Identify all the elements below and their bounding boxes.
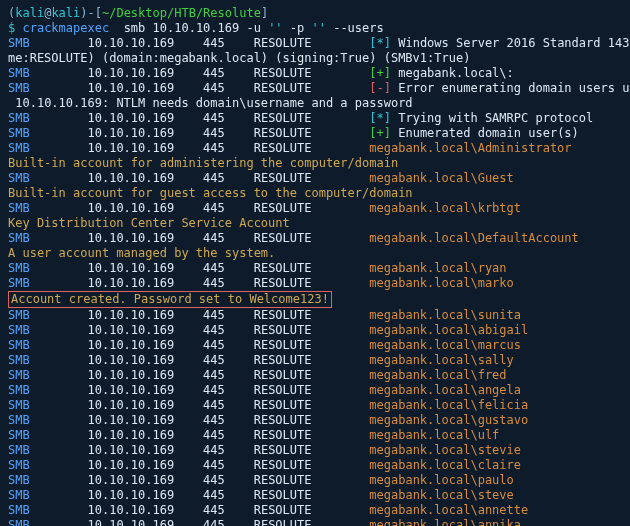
header-builtin-admin: Built-in account for administering the c… xyxy=(8,156,398,170)
row-abigail: SMB 10.10.10.169 445 RESOLUTE megabank.l… xyxy=(8,323,528,337)
row-annette: SMB 10.10.10.169 445 RESOLUTE megabank.l… xyxy=(8,503,528,517)
row-server: SMB 10.10.10.169 445 RESOLUTE [*] Window… xyxy=(8,36,630,50)
row-error: SMB 10.10.10.169 445 RESOLUTE [-] Error … xyxy=(8,81,630,95)
row-paulo: SMB 10.10.10.169 445 RESOLUTE megabank.l… xyxy=(8,473,514,487)
row-angela: SMB 10.10.10.169 445 RESOLUTE megabank.l… xyxy=(8,383,521,397)
highlighted-password: Account created. Password set to Welcome… xyxy=(8,292,332,306)
row-domain: SMB 10.10.10.169 445 RESOLUTE [+] megaba… xyxy=(8,66,514,80)
row-felicia: SMB 10.10.10.169 445 RESOLUTE megabank.l… xyxy=(8,398,528,412)
row-default: SMB 10.10.10.169 445 RESOLUTE megabank.l… xyxy=(8,231,579,245)
row-stevie: SMB 10.10.10.169 445 RESOLUTE megabank.l… xyxy=(8,443,521,457)
row-claire: SMB 10.10.10.169 445 RESOLUTE megabank.l… xyxy=(8,458,521,472)
prompt-line: (kali@kali)-[~/Desktop/HTB/Resolute] xyxy=(8,6,268,20)
command-line[interactable]: $ crackmapexec smb 10.10.10.169 -u '' -p… xyxy=(8,21,384,35)
row-sally: SMB 10.10.10.169 445 RESOLUTE megabank.l… xyxy=(8,353,514,367)
row-admin: SMB 10.10.10.169 445 RESOLUTE megabank.l… xyxy=(8,141,572,155)
row-marcus: SMB 10.10.10.169 445 RESOLUTE megabank.l… xyxy=(8,338,521,352)
terminal-output: (kali@kali)-[~/Desktop/HTB/Resolute] $ c… xyxy=(0,0,630,526)
header-builtin-guest: Built-in account for guest access to the… xyxy=(8,186,413,200)
row-server2: me:RESOLUTE) (domain:megabank.local) (si… xyxy=(8,51,470,65)
row-steve: SMB 10.10.10.169 445 RESOLUTE megabank.l… xyxy=(8,488,514,502)
row-marko: SMB 10.10.10.169 445 RESOLUTE megabank.l… xyxy=(8,276,514,290)
row-samrpc: SMB 10.10.10.169 445 RESOLUTE [*] Trying… xyxy=(8,111,593,125)
row-error2: 10.10.10.169: NTLM needs domain\username… xyxy=(8,96,413,110)
header-default: A user account managed by the system. xyxy=(8,246,275,260)
header-krbtgt: Key Distribution Center Service Account xyxy=(8,216,290,230)
row-ulf: SMB 10.10.10.169 445 RESOLUTE megabank.l… xyxy=(8,428,499,442)
row-krbtgt: SMB 10.10.10.169 445 RESOLUTE megabank.l… xyxy=(8,201,521,215)
row-sunita: SMB 10.10.10.169 445 RESOLUTE megabank.l… xyxy=(8,308,521,322)
row-gustavo: SMB 10.10.10.169 445 RESOLUTE megabank.l… xyxy=(8,413,528,427)
row-fred: SMB 10.10.10.169 445 RESOLUTE megabank.l… xyxy=(8,368,507,382)
row-enum: SMB 10.10.10.169 445 RESOLUTE [+] Enumer… xyxy=(8,126,579,140)
row-ryan: SMB 10.10.10.169 445 RESOLUTE megabank.l… xyxy=(8,261,507,275)
row-annika: SMB 10.10.10.169 445 RESOLUTE megabank.l… xyxy=(8,518,521,526)
row-guest: SMB 10.10.10.169 445 RESOLUTE megabank.l… xyxy=(8,171,514,185)
